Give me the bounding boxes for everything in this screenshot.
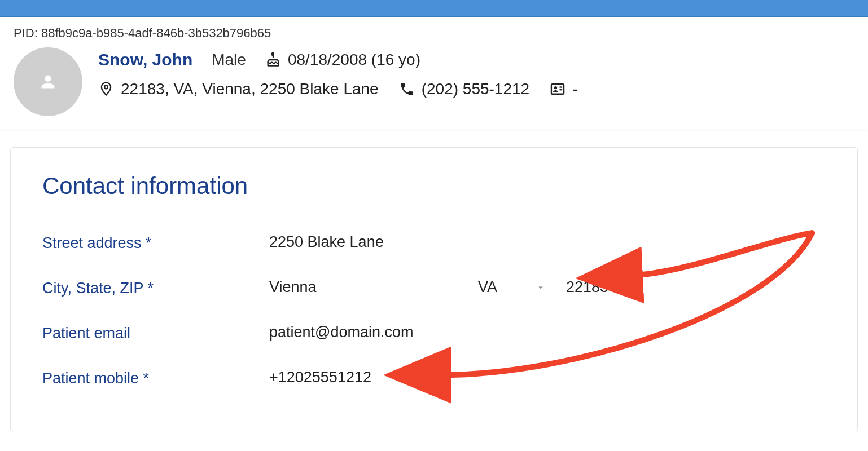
phone-item: (202) 555-1212 — [399, 80, 529, 98]
top-bar — [0, 0, 868, 17]
address-text: 22183, VA, Vienna, 2250 Blake Lane — [121, 80, 379, 98]
contact-card-icon — [550, 81, 565, 97]
contact-card-text: - — [572, 80, 577, 98]
row-mobile: Patient mobile * — [42, 359, 826, 398]
street-input[interactable] — [268, 229, 826, 257]
label-city-state-zip: City, State, ZIP * — [42, 280, 268, 297]
cake-icon — [265, 52, 281, 68]
row-street: Street address * — [42, 223, 826, 263]
zip-input[interactable] — [565, 274, 689, 302]
pid-label: PID: — [14, 26, 41, 40]
label-mobile: Patient mobile * — [42, 370, 268, 387]
svg-point-0 — [104, 86, 108, 89]
city-input[interactable] — [268, 274, 460, 302]
phone-icon — [399, 81, 415, 97]
label-street: Street address * — [42, 235, 268, 252]
patient-header: PID: 88fb9c9a-b985-4adf-846b-3b532b796b6… — [0, 17, 868, 130]
patient-dob: 08/18/2008 (16 yo) — [265, 50, 420, 69]
svg-point-2 — [554, 86, 557, 89]
avatar — [14, 47, 82, 116]
state-value: VA — [478, 278, 497, 296]
patient-name: Snow, John — [98, 50, 192, 70]
person-icon — [40, 74, 56, 90]
section-title: Contact information — [42, 173, 826, 200]
contact-card-item: - — [550, 80, 577, 98]
pid-line: PID: 88fb9c9a-b985-4adf-846b-3b532b796b6… — [14, 26, 854, 41]
state-select[interactable]: VA — [476, 274, 549, 302]
dob-text: 08/18/2008 (16 yo) — [288, 50, 420, 69]
contact-info-card: Contact information Street address * Cit… — [10, 147, 858, 432]
phone-text: (202) 555-1212 — [422, 80, 529, 98]
address-item: 22183, VA, Vienna, 2250 Blake Lane — [98, 80, 379, 98]
chevron-down-icon — [536, 282, 546, 293]
row-email: Patient email — [42, 313, 826, 353]
label-email: Patient email — [42, 325, 268, 342]
email-input[interactable] — [268, 319, 826, 347]
patient-gender: Male — [212, 50, 246, 69]
pid-value: 88fb9c9a-b985-4adf-846b-3b532b796b65 — [41, 26, 271, 40]
row-city-state-zip: City, State, ZIP * VA — [42, 268, 826, 308]
mobile-input[interactable] — [268, 364, 826, 392]
location-icon — [98, 81, 114, 97]
patient-info: Snow, John Male 08/18/2008 (16 yo) 22183… — [98, 45, 854, 98]
